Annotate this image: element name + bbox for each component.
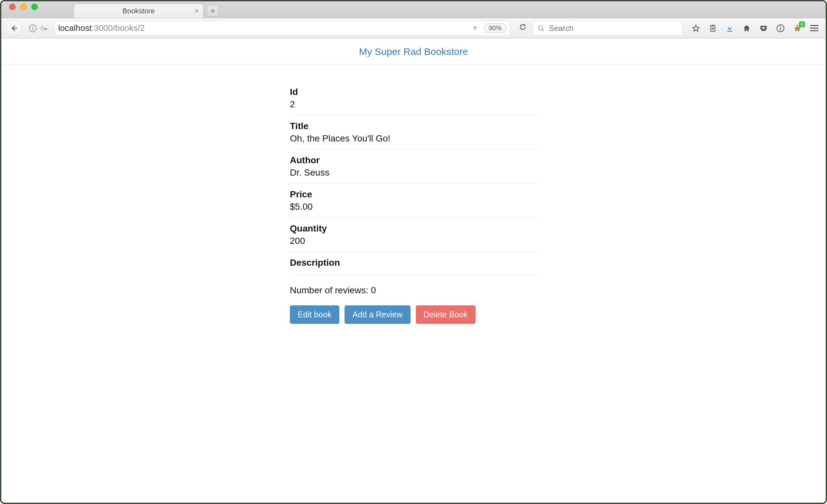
reviews-count: Number of reviews: 0 — [290, 285, 537, 296]
info-icon — [29, 24, 37, 33]
browser-window: Bookstore × + localhost:3000/books/2 ▼ 9… — [0, 0, 827, 504]
action-buttons: Edit book Add a Review Delete Book — [290, 305, 537, 324]
url-path: :3000/books/2 — [92, 23, 145, 33]
svg-point-1 — [32, 26, 33, 27]
edit-book-button[interactable]: Edit book — [290, 305, 339, 324]
browser-toolbar: localhost:3000/books/2 ▼ 90% — [1, 18, 826, 38]
clipboard-icon — [709, 24, 717, 33]
svg-rect-14 — [780, 28, 781, 30]
pocket-button[interactable] — [759, 23, 769, 33]
hamburger-icon — [810, 23, 819, 33]
site-title-link[interactable]: My Super Rad Bookstore — [359, 46, 468, 57]
home-icon — [742, 24, 751, 33]
search-icon — [537, 24, 545, 33]
back-button[interactable] — [6, 20, 22, 37]
dropdown-icon[interactable]: ▼ — [472, 25, 478, 32]
reload-icon — [519, 23, 527, 31]
search-box[interactable] — [533, 21, 683, 36]
browser-tab[interactable]: Bookstore × — [74, 4, 204, 18]
field-price-value: $5.00 — [290, 202, 537, 212]
svg-rect-2 — [33, 28, 34, 30]
reload-button[interactable] — [516, 23, 530, 34]
window-close-button[interactable] — [9, 4, 16, 10]
book-detail: Id 2 Title Oh, the Places You'll Go! Aut… — [290, 81, 537, 324]
circle-info-icon — [776, 24, 785, 33]
field-author-label: Author — [290, 155, 537, 165]
svg-line-5 — [542, 29, 544, 31]
field-id-value: 2 — [290, 99, 537, 110]
extension-badge: 0 — [799, 21, 805, 27]
download-arrow-icon — [726, 24, 734, 33]
pocket-icon — [759, 24, 768, 33]
field-description: Description — [290, 252, 537, 275]
field-title-label: Title — [290, 121, 537, 131]
window-controls — [6, 1, 38, 18]
info-button[interactable] — [776, 23, 785, 33]
arrow-left-icon — [10, 24, 18, 33]
toolbar-icons: 0 — [686, 23, 821, 33]
site-header: My Super Rad Bookstore — [1, 38, 826, 65]
tab-title: Bookstore — [122, 7, 154, 15]
field-author-value: Dr. Seuss — [290, 167, 537, 178]
add-review-button[interactable]: Add a Review — [345, 305, 410, 324]
extension-button[interactable]: 0 — [792, 23, 802, 33]
svg-rect-11 — [727, 31, 732, 32]
home-button[interactable] — [742, 23, 751, 33]
tab-strip: Bookstore × + — [1, 1, 826, 18]
tab-close-icon[interactable]: × — [195, 7, 199, 15]
bookmark-star-button[interactable] — [691, 23, 701, 33]
new-tab-button[interactable]: + — [207, 5, 218, 16]
field-id: Id 2 — [290, 81, 537, 115]
url-host: localhost — [58, 23, 92, 33]
zoom-level[interactable]: 90% — [484, 23, 506, 33]
window-zoom-button[interactable] — [31, 4, 38, 10]
star-icon — [692, 24, 700, 33]
search-input[interactable] — [548, 23, 678, 33]
menu-button[interactable] — [810, 23, 819, 33]
address-bar[interactable]: localhost:3000/books/2 ▼ 90% — [55, 21, 510, 36]
svg-rect-7 — [712, 25, 714, 26]
downloads-button[interactable] — [725, 23, 735, 33]
svg-point-13 — [780, 26, 781, 27]
field-quantity: Quantity 200 — [290, 217, 537, 252]
page-viewport: My Super Rad Bookstore Id 2 Title Oh, th… — [1, 38, 826, 503]
clipboard-button[interactable] — [708, 23, 718, 33]
field-price-label: Price — [290, 189, 537, 200]
field-quantity-label: Quantity — [290, 223, 537, 234]
field-description-label: Description — [290, 257, 537, 268]
site-identity[interactable] — [26, 21, 51, 36]
delete-book-button[interactable]: Delete Book — [416, 305, 476, 324]
field-price: Price $5.00 — [290, 184, 537, 217]
window-minimize-button[interactable] — [20, 4, 27, 10]
field-quantity-value: 200 — [290, 236, 537, 246]
svg-point-3 — [41, 27, 44, 30]
field-title: Title Oh, the Places You'll Go! — [290, 115, 537, 149]
key-icon — [40, 24, 48, 33]
field-author: Author Dr. Seuss — [290, 149, 537, 184]
field-title-value: Oh, the Places You'll Go! — [290, 133, 537, 144]
field-id-label: Id — [290, 87, 537, 97]
